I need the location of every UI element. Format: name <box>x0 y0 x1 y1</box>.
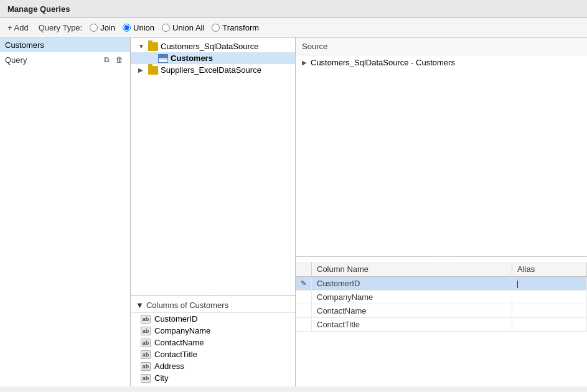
column-label-companyname: CompanyName <box>154 326 210 335</box>
columns-list: ab CustomerID ab CompanyName ab ContactN… <box>131 312 295 384</box>
cell-alias-contactname[interactable] <box>512 304 587 318</box>
collapse-arrow[interactable]: ▼ <box>136 301 144 310</box>
column-item-city[interactable]: ab City <box>131 372 295 384</box>
table-header-row: Column Name Alias <box>296 262 587 277</box>
column-label-city: City <box>154 373 168 383</box>
ab-icon-contactname: ab <box>141 338 151 347</box>
folder-icon-customers-sql <box>148 42 158 51</box>
cursor-blink <box>517 281 518 288</box>
middle-resize-handle[interactable]: · · · · · · · <box>131 290 295 295</box>
query-item-customers[interactable]: Customers <box>0 38 130 52</box>
query-type-label: Query Type: <box>39 23 83 32</box>
column-item-address[interactable]: ab Address <box>131 360 295 372</box>
column-item-contactname[interactable]: ab ContactName <box>131 337 295 348</box>
source-header: Source <box>296 38 587 55</box>
datasource-tree: ▼ Customers_SqlDataSource Customers ▶ Su… <box>131 38 295 290</box>
ab-icon-contacttitle: ab <box>141 350 151 359</box>
source-header-label: Source <box>302 42 327 51</box>
cell-column-name-customerid: CustomerID <box>312 277 512 291</box>
ab-icon-customerid: ab <box>141 315 151 324</box>
expand-arrow-customers <box>148 55 156 62</box>
cell-alias-contacttitle[interactable] <box>512 318 587 332</box>
radio-join[interactable]: Join <box>90 23 115 32</box>
column-label-address: Address <box>154 362 184 371</box>
tree-item-customers-sql[interactable]: ▼ Customers_SqlDataSource <box>131 40 295 52</box>
left-panel: Customers Query ⧉ 🗑 <box>0 38 131 386</box>
tree-item-suppliers-excel[interactable]: ▶ Suppliers_ExcelDataSource <box>131 64 295 76</box>
source-item-0[interactable]: ▶ Customers_SqlDataSource - Customers <box>296 55 587 70</box>
column-label-customerid: CustomerID <box>154 314 197 324</box>
right-panel: Source ▶ Customers_SqlDataSource - Custo… <box>296 38 587 386</box>
radio-join-input[interactable] <box>90 24 98 32</box>
tree-label-customers-sql: Customers_SqlDataSource <box>161 42 259 51</box>
title-bar: Manage Queries <box>0 0 587 18</box>
main-content: Customers Query ⧉ 🗑 ▼ Customers_SqlDataS… <box>0 38 587 386</box>
ab-icon-companyname: ab <box>141 327 151 335</box>
column-item-companyname[interactable]: ab CompanyName <box>131 325 295 337</box>
toolbar: + Add Query Type: Join Union Union All T… <box>0 18 587 38</box>
table-row-contacttitle[interactable]: ContactTitle <box>296 318 587 332</box>
radio-union-all[interactable]: Union All <box>162 23 204 32</box>
column-item-customerid[interactable]: ab CustomerID <box>131 313 295 325</box>
cell-column-name-companyname: CompanyName <box>312 291 512 304</box>
tree-label-customers: Customers <box>171 54 213 63</box>
table-row-customerid[interactable]: ✎ CustomerID <box>296 277 587 291</box>
right-resize-handle[interactable]: · · · · · · · <box>296 257 587 262</box>
col-table: Column Name Alias ✎ CustomerID CompanyNa… <box>296 262 587 332</box>
add-button[interactable]: + Add <box>7 23 29 32</box>
edit-icon-contacttitle <box>296 318 312 332</box>
tree-label-suppliers: Suppliers_ExcelDataSource <box>161 65 261 75</box>
page-title: Manage Queries <box>7 4 70 14</box>
radio-union-input[interactable] <box>123 24 131 32</box>
ab-icon-address: ab <box>141 362 151 371</box>
th-alias: Alias <box>512 262 587 277</box>
source-expand-arrow: ▶ <box>302 59 307 66</box>
query-item-query-label: Query <box>5 55 27 65</box>
add-label: + Add <box>7 23 29 32</box>
th-edit <box>296 262 312 277</box>
radio-transform[interactable]: Transform <box>212 23 259 32</box>
tree-item-customers[interactable]: Customers <box>131 52 295 64</box>
table-icon-customers <box>158 54 168 63</box>
query-type-group: Query Type: Join Union Union All Transfo… <box>39 23 259 32</box>
delete-query-button[interactable]: 🗑 <box>114 55 125 65</box>
source-area: Source ▶ Customers_SqlDataSource - Custo… <box>296 38 587 257</box>
radio-union[interactable]: Union <box>123 23 154 32</box>
column-mapping-table: Column Name Alias ✎ CustomerID CompanyNa… <box>296 262 587 386</box>
cell-column-name-contactname: ContactName <box>312 304 512 318</box>
cell-column-name-contacttitle: ContactTitle <box>312 318 512 332</box>
edit-icon-companyname <box>296 291 312 304</box>
radio-union-label: Union <box>133 23 154 32</box>
query-item-query[interactable]: Query ⧉ 🗑 <box>0 52 130 67</box>
radio-union-all-input[interactable] <box>162 24 170 32</box>
th-column-name: Column Name <box>312 262 512 277</box>
radio-transform-label: Transform <box>222 23 259 32</box>
table-row-companyname[interactable]: CompanyName <box>296 291 587 304</box>
table-row-contactname[interactable]: ContactName <box>296 304 587 318</box>
columns-section: ▼ Columns of Customers ab CustomerID ab … <box>131 295 295 386</box>
copy-query-button[interactable]: ⧉ <box>102 55 111 65</box>
column-label-contactname: ContactName <box>154 338 204 347</box>
expand-arrow-suppliers: ▶ <box>138 67 146 73</box>
query-item-customers-label: Customers <box>5 40 44 50</box>
radio-union-all-label: Union All <box>172 23 204 32</box>
cell-alias-customerid[interactable] <box>512 277 587 291</box>
ab-icon-city: ab <box>141 374 151 383</box>
columns-header-label: Columns of Customers <box>146 301 228 310</box>
column-label-contacttitle: ContactTitle <box>154 350 197 359</box>
radio-join-label: Join <box>100 23 115 32</box>
column-item-contacttitle[interactable]: ab ContactTitle <box>131 348 295 360</box>
cell-alias-companyname[interactable] <box>512 291 587 304</box>
query-actions: ⧉ 🗑 <box>102 55 125 65</box>
middle-panel: ▼ Customers_SqlDataSource Customers ▶ Su… <box>131 38 296 386</box>
radio-transform-input[interactable] <box>212 24 220 32</box>
expand-arrow-customers-sql: ▼ <box>138 43 146 50</box>
edit-icon-contactname <box>296 304 312 318</box>
folder-icon-suppliers <box>148 66 158 75</box>
query-list: Customers Query ⧉ 🗑 <box>0 38 130 386</box>
edit-icon-customerid: ✎ <box>296 277 312 291</box>
columns-header: ▼ Columns of Customers <box>131 298 295 312</box>
source-item-label: Customers_SqlDataSource - Customers <box>311 58 455 67</box>
